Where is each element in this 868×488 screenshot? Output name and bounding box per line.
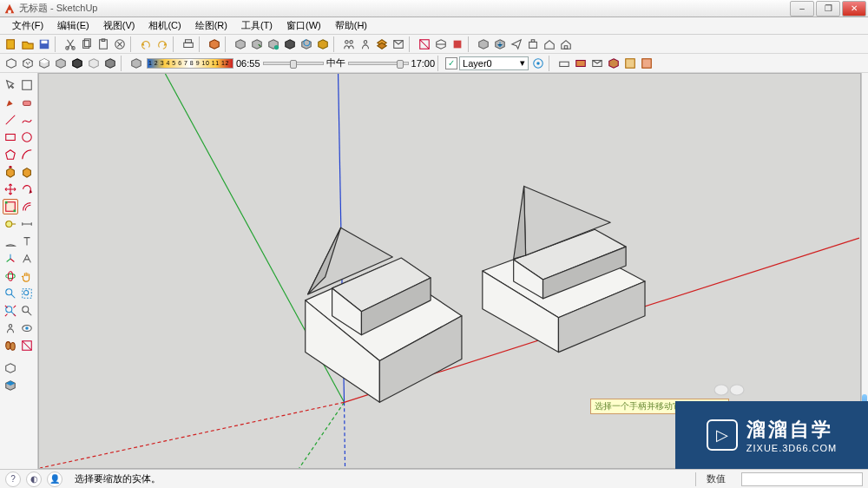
layers-icon[interactable] [374, 36, 390, 52]
layer-select[interactable]: Layer0 ▾ [459, 56, 529, 70]
shadow-time-slider-2[interactable] [348, 62, 409, 65]
shadow-time-slider[interactable] [263, 62, 324, 65]
undo-button[interactable] [138, 36, 154, 52]
arc-tool[interactable] [20, 147, 36, 162]
paint-tool[interactable] [3, 95, 18, 110]
paste-button[interactable] [95, 36, 111, 52]
rotate-tool[interactable] [20, 181, 36, 197]
help-icon[interactable]: ? [5, 472, 21, 487]
section-plane-icon[interactable] [417, 36, 432, 52]
zoom-tool[interactable] [3, 286, 18, 301]
misc-icon-5[interactable] [622, 56, 638, 71]
layer-visible-check[interactable]: ✓ [445, 57, 457, 69]
save-button[interactable] [36, 36, 52, 52]
look-around-tool[interactable] [20, 320, 36, 336]
menu-help[interactable]: 帮助(H) [328, 17, 374, 34]
misc-icon-6[interactable] [639, 56, 654, 71]
style-back-icon[interactable] [102, 56, 118, 71]
menu-view[interactable]: 视图(V) [96, 17, 142, 34]
followme-tool[interactable] [20, 164, 36, 180]
section-display-icon[interactable] [433, 36, 449, 52]
component-dark-icon[interactable] [282, 36, 298, 52]
redo-button[interactable] [155, 36, 170, 52]
warehouse-icon[interactable] [476, 36, 491, 52]
select-tool[interactable] [3, 77, 18, 93]
3dtext-tool[interactable] [20, 251, 36, 267]
rectangle-tool[interactable] [3, 129, 18, 145]
share-model-icon[interactable] [509, 36, 524, 52]
view-iso-tool[interactable] [3, 360, 18, 376]
section-tool[interactable] [20, 338, 36, 353]
style-texture-icon[interactable] [53, 56, 69, 71]
style-wire-icon[interactable] [3, 56, 19, 71]
axes-tool[interactable] [3, 251, 18, 267]
component-gold-icon[interactable] [315, 36, 331, 52]
shadow-toggle-icon[interactable] [128, 56, 144, 71]
cut-button[interactable] [62, 36, 78, 52]
house-icon[interactable] [542, 36, 557, 52]
shadow-month-scale[interactable]: 1 2 3 4 5 6 7 8 9 10 11 12 [147, 58, 233, 69]
orbit-tool[interactable] [3, 268, 18, 284]
offset-tool[interactable] [20, 199, 36, 214]
style-xray-icon[interactable] [86, 56, 102, 71]
misc-icon-2[interactable] [573, 56, 589, 71]
menu-tools[interactable]: 工具(T) [234, 17, 279, 34]
circle-tool[interactable] [20, 129, 36, 145]
open-button[interactable] [20, 36, 36, 52]
misc-icon-4[interactable] [606, 56, 621, 71]
pushpull-tool[interactable] [3, 164, 18, 180]
previous-tool[interactable] [20, 303, 36, 319]
app-icon [3, 3, 16, 15]
scene-icon[interactable] [391, 36, 406, 52]
component-refresh-icon[interactable] [299, 36, 314, 52]
copy-button[interactable] [79, 36, 95, 52]
menu-edit[interactable]: 编辑(E) [50, 17, 96, 34]
misc-icon-1[interactable] [556, 56, 572, 71]
freehand-tool[interactable] [20, 112, 36, 128]
credits-icon[interactable]: 👤 [47, 472, 62, 487]
line-tool[interactable] [3, 112, 18, 128]
geo-icon[interactable]: ◐ [26, 472, 42, 487]
eraser-tool[interactable] [20, 95, 36, 110]
vcb-input[interactable] [741, 472, 863, 486]
protractor-tool[interactable] [3, 234, 18, 249]
get-models-icon[interactable] [492, 36, 508, 52]
component-add-icon[interactable] [266, 36, 281, 52]
scale-tool[interactable] [3, 199, 18, 214]
close-button[interactable]: ✕ [842, 1, 866, 16]
walk-tool[interactable] [3, 338, 18, 353]
menu-file[interactable]: 文件(F) [5, 17, 50, 34]
new-button[interactable] [3, 36, 19, 52]
extension-icon[interactable] [525, 36, 541, 52]
delete-button[interactable] [112, 36, 128, 52]
text-tool[interactable] [20, 234, 36, 249]
component-next-icon[interactable] [249, 36, 265, 52]
menu-draw[interactable]: 绘图(R) [188, 17, 234, 34]
people-icon[interactable] [341, 36, 357, 52]
dimension-tool[interactable] [20, 216, 36, 232]
make-component-tool[interactable] [20, 77, 36, 93]
move-tool[interactable] [3, 181, 18, 197]
style-hidden-icon[interactable] [20, 56, 36, 71]
component-button[interactable] [233, 36, 248, 52]
tape-tool[interactable] [3, 216, 18, 232]
layer-manager-icon[interactable] [530, 56, 546, 71]
maximize-button[interactable]: ❐ [816, 1, 840, 16]
style-mono-icon[interactable] [69, 56, 85, 71]
minimize-button[interactable]: – [790, 1, 814, 16]
section-cut-icon[interactable] [450, 36, 465, 52]
position-camera-tool[interactable] [3, 320, 18, 336]
misc-icon-3[interactable] [589, 56, 605, 71]
people2-icon[interactable] [358, 36, 373, 52]
menu-camera[interactable]: 相机(C) [141, 17, 187, 34]
menu-window[interactable]: 窗口(W) [279, 17, 328, 34]
model-info-button[interactable] [207, 36, 222, 52]
pan-tool[interactable] [20, 268, 36, 284]
house2-icon[interactable] [558, 36, 574, 52]
zoom-extents-tool[interactable] [3, 303, 18, 319]
polygon-tool[interactable] [3, 147, 18, 162]
view-top-tool[interactable] [3, 378, 18, 393]
print-button[interactable] [181, 36, 196, 52]
style-shaded-icon[interactable] [36, 56, 52, 71]
zoom-window-tool[interactable] [20, 286, 36, 301]
